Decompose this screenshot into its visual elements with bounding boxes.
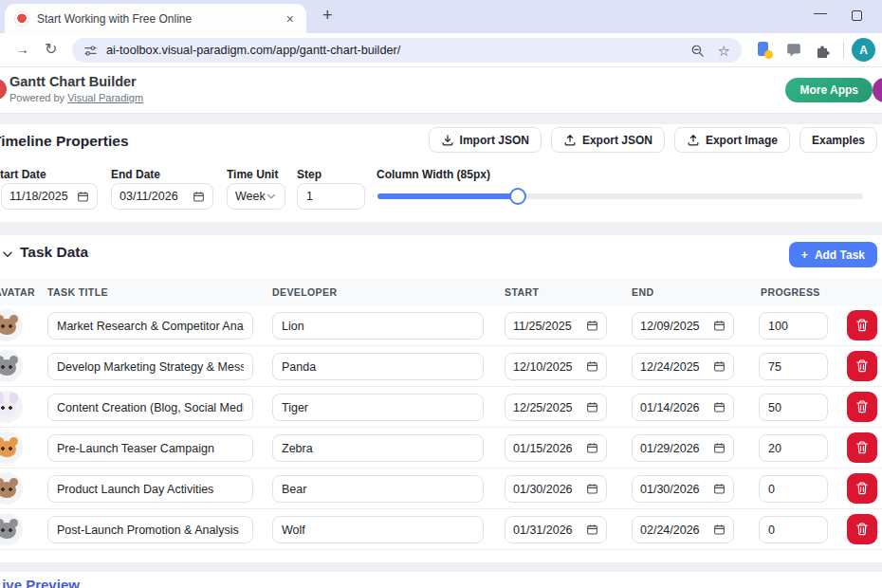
step-input[interactable] — [297, 183, 365, 210]
delete-task-button[interactable] — [847, 473, 877, 504]
delete-task-button[interactable] — [847, 432, 877, 463]
app-header: Gantt Chart Builder Powered by Visual Pa… — [0, 67, 882, 114]
trash-icon — [854, 318, 870, 333]
task-start-date-input[interactable]: 12/10/2025 — [505, 353, 607, 380]
progress-input[interactable] — [759, 312, 828, 340]
calendar-icon[interactable] — [713, 483, 726, 495]
add-task-button[interactable]: + Add Task — [789, 242, 877, 267]
task-end-date-input[interactable]: 01/30/2026 — [632, 475, 734, 503]
profile-avatar[interactable]: A — [852, 38, 875, 62]
calendar-icon[interactable] — [77, 191, 89, 203]
delete-task-button[interactable] — [847, 514, 877, 544]
task-end-date-input[interactable]: 12/24/2025 — [632, 353, 734, 380]
export-json-button[interactable]: Export JSON — [551, 127, 665, 153]
calendar-icon[interactable] — [713, 442, 726, 454]
maximize-icon[interactable] — [852, 10, 862, 21]
table-row: 01/31/2026 02/24/2026 — [0, 509, 882, 550]
url-text[interactable]: ai-toolbox.visual-paradigm.com/app/gantt… — [106, 44, 682, 57]
trash-icon — [854, 399, 870, 414]
new-tab-button[interactable]: + — [322, 5, 333, 26]
progress-input[interactable] — [759, 475, 828, 503]
progress-input[interactable] — [759, 353, 828, 380]
browser-tab[interactable]: Start Working with Free Online × — [5, 4, 306, 33]
col-task-title: TASK TITLE — [47, 286, 108, 298]
progress-input[interactable] — [759, 434, 828, 462]
developer-input[interactable] — [272, 394, 484, 421]
task-title-input[interactable] — [47, 434, 253, 462]
delete-task-button[interactable] — [847, 310, 877, 340]
reload-icon[interactable]: ↻ — [45, 40, 57, 58]
column-width-slider[interactable] — [377, 186, 863, 207]
forward-icon[interactable]: → — [15, 41, 29, 57]
developer-input[interactable] — [272, 475, 484, 503]
end-date-input[interactable]: 03/11/2026 — [111, 183, 213, 210]
progress-input[interactable] — [759, 516, 828, 543]
browser-tab-strip: Start Working with Free Online × + — — [0, 0, 882, 33]
bookmark-star-icon[interactable]: ☆ — [718, 44, 730, 58]
end-date-label: End Date — [111, 168, 160, 181]
calendar-icon[interactable] — [713, 360, 726, 373]
task-title-input[interactable] — [47, 516, 253, 543]
calendar-icon[interactable] — [586, 320, 598, 332]
calendar-icon[interactable] — [586, 401, 598, 413]
calendar-icon[interactable] — [713, 401, 726, 413]
start-date-input[interactable]: 11/18/2025 — [1, 183, 98, 210]
delete-task-button[interactable] — [847, 351, 877, 381]
calendar-icon[interactable] — [586, 360, 598, 373]
extensions-puzzle-icon[interactable] — [814, 42, 831, 59]
task-title-input[interactable] — [47, 475, 253, 503]
col-start: START — [505, 286, 539, 298]
task-start-date-input[interactable]: 11/25/2025 — [505, 312, 607, 340]
time-unit-select[interactable]: Week — [227, 183, 285, 210]
download-icon — [441, 134, 454, 147]
extension-icon-blue[interactable] — [756, 42, 773, 59]
address-bar[interactable]: ai-toolbox.visual-paradigm.com/app/gantt… — [72, 38, 742, 63]
raccoon-avatar — [0, 513, 23, 545]
task-end-date-input[interactable]: 12/09/2025 — [632, 312, 734, 340]
task-title-input[interactable] — [47, 312, 253, 340]
calendar-icon[interactable] — [713, 524, 726, 536]
site-settings-icon[interactable] — [83, 44, 98, 58]
timeline-actions: Import JSON Export JSON Export Image Exa… — [429, 127, 877, 153]
task-start-date-input[interactable]: 01/30/2026 — [505, 475, 607, 503]
extension-icon-gray[interactable] — [785, 42, 802, 59]
calendar-icon[interactable] — [193, 191, 205, 203]
collapse-chevron-icon[interactable] — [1, 248, 14, 261]
user-badge[interactable] — [873, 78, 882, 102]
examples-button[interactable]: Examples — [799, 127, 877, 153]
delete-task-button[interactable] — [847, 392, 877, 422]
vp-logo — [0, 79, 7, 100]
import-json-button[interactable]: Import JSON — [429, 127, 542, 153]
tab-close-icon[interactable]: × — [284, 11, 297, 27]
upload-icon — [687, 134, 700, 147]
zoom-out-icon[interactable] — [690, 44, 705, 58]
task-title-input[interactable] — [47, 353, 253, 380]
visual-paradigm-link[interactable]: Visual Paradigm — [67, 92, 143, 103]
timeline-properties-section: Timeline Properties Import JSON Export J… — [0, 124, 882, 222]
task-end-date-input[interactable]: 01/14/2026 — [632, 394, 734, 421]
task-end-date-input[interactable]: 01/29/2026 — [632, 434, 734, 462]
task-title-input[interactable] — [47, 394, 253, 421]
export-image-button[interactable]: Export Image — [674, 127, 790, 153]
visual-paradigm-favicon — [14, 11, 29, 27]
task-start-date-input[interactable]: 01/15/2026 — [505, 434, 607, 462]
calendar-icon[interactable] — [713, 320, 726, 332]
calendar-icon[interactable] — [586, 442, 598, 454]
developer-input[interactable] — [272, 312, 484, 340]
task-start-date-input[interactable]: 01/31/2026 — [505, 516, 607, 543]
minimize-icon[interactable]: — — [814, 5, 827, 20]
trash-icon — [854, 358, 870, 374]
calendar-icon[interactable] — [586, 524, 598, 536]
developer-input[interactable] — [272, 434, 484, 462]
col-progress: PROGRESS — [761, 286, 820, 298]
progress-input[interactable] — [759, 394, 828, 421]
upload-icon — [563, 134, 577, 147]
calendar-icon[interactable] — [586, 483, 598, 495]
task-start-date-input[interactable]: 12/25/2025 — [505, 394, 607, 421]
slider-thumb[interactable] — [509, 188, 526, 205]
more-apps-button[interactable]: More Apps — [785, 78, 873, 102]
developer-input[interactable] — [272, 516, 484, 543]
task-end-date-input[interactable]: 02/24/2026 — [632, 516, 734, 543]
developer-input[interactable] — [272, 353, 484, 380]
trash-icon — [854, 440, 870, 455]
